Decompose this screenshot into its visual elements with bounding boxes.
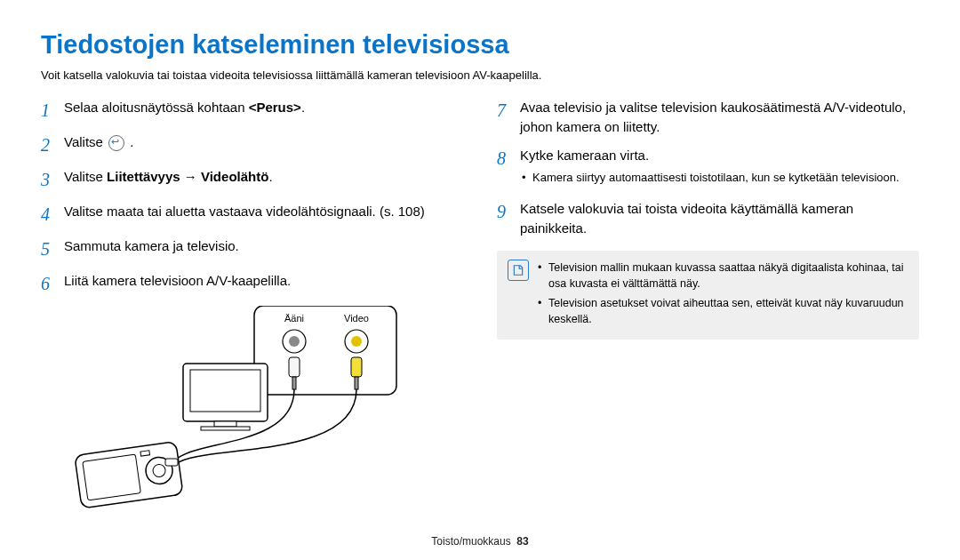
step-number: 3 xyxy=(41,167,64,193)
step-number: 4 xyxy=(41,202,64,228)
step-body: Selaa aloitusnäytössä kohtaan <Perus>. xyxy=(64,98,463,117)
svg-rect-8 xyxy=(355,377,358,389)
note-item: Television asetukset voivat aiheuttaa se… xyxy=(538,295,908,327)
step-number: 8 xyxy=(497,146,520,172)
right-column: 7Avaa televisio ja valitse television ka… xyxy=(497,98,919,514)
page-footer: Toisto/muokkaus 83 xyxy=(0,535,960,548)
svg-rect-6 xyxy=(292,377,296,389)
note-box: Television mallin mukaan kuvassa saattaa… xyxy=(497,251,919,340)
step-body: Valitse . xyxy=(64,132,463,152)
intro-text: Voit katsella valokuvia tai toistaa vide… xyxy=(41,68,919,82)
svg-point-4 xyxy=(351,336,362,347)
camera-icon xyxy=(75,442,183,508)
left-column: 1Selaa aloitusnäytössä kohtaan <Perus>.2… xyxy=(41,98,463,514)
step-number: 2 xyxy=(41,132,64,158)
step-number: 1 xyxy=(41,98,64,124)
step-body: Sammuta kamera ja televisio. xyxy=(64,236,463,256)
svg-rect-7 xyxy=(351,357,362,377)
svg-rect-11 xyxy=(214,421,236,427)
page-title: Tiedostojen katseleminen televisiossa xyxy=(41,30,919,60)
step-9: 9Katsele valokuvia tai toista videoita k… xyxy=(497,199,919,238)
svg-rect-0 xyxy=(254,306,396,395)
step-3: 3Valitse Liitettävyys → Videolähtö. xyxy=(41,167,463,193)
step-body: Avaa televisio ja valitse television kau… xyxy=(520,98,919,137)
svg-rect-17 xyxy=(140,451,150,456)
tv-icon xyxy=(183,364,268,430)
step-2: 2Valitse . xyxy=(41,132,463,158)
note-icon xyxy=(508,260,529,281)
step-5: 5Sammuta kamera ja televisio. xyxy=(41,236,463,262)
svg-rect-18 xyxy=(165,459,178,466)
step-8: 8Kytke kameraan virta.Kamera siirtyy aut… xyxy=(497,146,919,191)
step-body: Liitä kamera televisioon A/V-kaapelilla. xyxy=(64,271,463,291)
svg-rect-5 xyxy=(289,357,300,377)
svg-point-2 xyxy=(289,336,300,347)
step-number: 6 xyxy=(41,271,64,297)
audio-label: Ääni xyxy=(284,313,304,324)
step-number: 9 xyxy=(497,199,520,225)
step-number: 5 xyxy=(41,236,64,262)
step-body: Katsele valokuvia tai toista videoita kä… xyxy=(520,199,919,238)
step-body: Valitse Liitettävyys → Videolähtö. xyxy=(64,167,463,187)
note-item: Television mallin mukaan kuvassa saattaa… xyxy=(538,260,908,292)
step-body: Valitse maata tai aluetta vastaava video… xyxy=(64,202,463,221)
step-number: 7 xyxy=(497,98,520,124)
step-body: Kytke kameraan virta.Kamera siirtyy auto… xyxy=(520,146,919,191)
svg-rect-14 xyxy=(83,454,141,500)
video-label: Video xyxy=(344,313,369,324)
svg-rect-12 xyxy=(201,427,250,430)
step-1: 1Selaa aloitusnäytössä kohtaan <Perus>. xyxy=(41,98,463,124)
svg-rect-10 xyxy=(190,370,260,412)
step-6: 6Liitä kamera televisioon A/V-kaapelilla… xyxy=(41,271,463,297)
sub-step: Kamera siirtyy automaattisesti toistotil… xyxy=(520,170,919,187)
step-7: 7Avaa televisio ja valitse television ka… xyxy=(497,98,919,137)
step-4: 4Valitse maata tai aluetta vastaava vide… xyxy=(41,202,463,228)
connection-diagram: Ääni Video xyxy=(68,306,463,514)
